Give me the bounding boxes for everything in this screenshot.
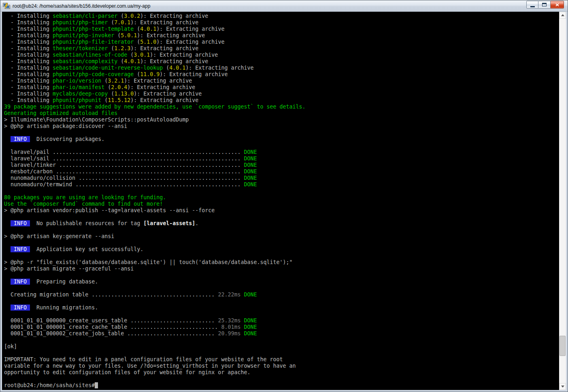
maximize-icon xyxy=(542,3,547,6)
terminal-line: INFO Application key set successfully. xyxy=(4,246,559,253)
terminal-line xyxy=(4,227,559,233)
terminal-line: > @php artisan migrate --graceful --ansi xyxy=(4,266,559,272)
terminal-line: INFO No publishable resources for tag [l… xyxy=(4,220,559,227)
terminal-line xyxy=(4,350,559,356)
terminal-line xyxy=(4,337,559,343)
terminal-line: Creating migration table ...............… xyxy=(4,292,559,298)
terminal-line: - Installing phpunit/php-text-template (… xyxy=(4,26,559,32)
terminal-line xyxy=(4,285,559,292)
terminal-line: [ok] xyxy=(4,343,559,350)
terminal-line xyxy=(4,188,559,194)
terminal-line: > @php artisan package:discover --ansi xyxy=(4,123,559,130)
scrollbar-track[interactable] xyxy=(559,19,566,383)
terminal-line: root@ub24:/home/sasha/sites# xyxy=(4,382,559,389)
terminal-line: > @php -r "file_exists('database/databas… xyxy=(4,259,559,266)
terminal-line: - Installing phpunit/phpunit (11.5.12): … xyxy=(4,97,559,104)
terminal-line: opportunity to edit configuration files … xyxy=(4,369,559,376)
minimize-button[interactable] xyxy=(526,1,538,9)
terminal-line: 80 packages you are using are looking fo… xyxy=(4,194,559,201)
terminal-line xyxy=(4,240,559,246)
terminal-line: 39 package suggestions were added by new… xyxy=(4,104,559,110)
terminal-line: nunomaduro/termwind ....................… xyxy=(4,181,559,188)
terminal-line: IMPORTANT: You need to edit in a panel c… xyxy=(4,356,559,363)
terminal-line: laravel/sail ...........................… xyxy=(4,156,559,162)
terminal-line: 0001_01_01_000002_create_jobs_table ....… xyxy=(4,330,559,337)
terminal-line: laravel/tinker .........................… xyxy=(4,162,559,168)
terminal-line: - Installing sebastian/code-unit-reverse… xyxy=(4,65,559,71)
scrollbar-thumb[interactable] xyxy=(559,336,566,356)
terminal-line xyxy=(4,214,559,220)
minimize-icon xyxy=(530,6,535,7)
window-body: - Installing sebastian/cli-parser (3.0.2… xyxy=(0,12,568,392)
up-arrow-icon xyxy=(561,14,564,16)
terminal-line: - Installing phpunit/php-file-iterator (… xyxy=(4,39,559,45)
scrollbar-up-button[interactable] xyxy=(559,12,566,19)
terminal-line: Generating optimized autoload files xyxy=(4,110,559,117)
terminal-line: - Installing phpunit/php-timer (7.0.1): … xyxy=(4,19,559,26)
terminal-line: INFO Preparing database. xyxy=(4,279,559,285)
scrollbar[interactable] xyxy=(559,12,566,390)
terminal-line: 0001_01_01_000001_create_cache_table ...… xyxy=(4,324,559,330)
terminal-line: - Installing phpunit/php-code-coverage (… xyxy=(4,71,559,78)
terminal-line: > @php artisan vendor:publish --tag=lara… xyxy=(4,207,559,214)
close-icon xyxy=(555,3,559,6)
terminal-line: - Installing sebastian/lines-of-code (3.… xyxy=(4,52,559,58)
terminal-line: - Installing theseer/tokenizer (1.2.3): … xyxy=(4,45,559,52)
close-button[interactable] xyxy=(551,1,564,9)
terminal-line: - Installing sebastian/cli-parser (3.0.2… xyxy=(4,13,559,19)
terminal-line: - Installing myclabs/deep-copy (1.13.0):… xyxy=(4,91,559,97)
putty-app-icon xyxy=(3,3,10,9)
terminal-line xyxy=(4,376,559,382)
window-title: root@ub24: /home/sasha/sites/b156.itdeve… xyxy=(13,3,526,9)
scrollbar-down-button[interactable] xyxy=(559,383,566,390)
terminal-line: 0001_01_01_000000_create_users_table ...… xyxy=(4,317,559,324)
terminal-line xyxy=(4,143,559,149)
terminal-line: Use the `composer fund` command to find … xyxy=(4,201,559,207)
terminal-line xyxy=(4,298,559,305)
terminal-line: > @php artisan key:generate --ansi xyxy=(4,233,559,240)
terminal-output[interactable]: - Installing sebastian/cli-parser (3.0.2… xyxy=(2,12,559,390)
terminal-line: laravel/pail ...........................… xyxy=(4,149,559,156)
terminal-line: - Installing sebastian/complexity (4.0.1… xyxy=(4,58,559,65)
maximize-button[interactable] xyxy=(538,1,551,9)
terminal-line xyxy=(4,130,559,136)
terminal-line: variable for a new way to your files. Us… xyxy=(4,363,559,369)
terminal-line xyxy=(4,272,559,279)
titlebar[interactable]: root@ub24: /home/sasha/sites/b156.itdeve… xyxy=(0,0,568,12)
terminal-line: - Installing phpunit/php-invoker (5.0.1)… xyxy=(4,32,559,39)
terminal-line: INFO Discovering packages. xyxy=(4,136,559,143)
terminal-line xyxy=(4,311,559,317)
terminal-line: - Installing phar-io/version (3.2.1): Ex… xyxy=(4,78,559,84)
window-controls xyxy=(526,1,564,9)
terminal-line: nunomaduro/collision ...................… xyxy=(4,175,559,181)
terminal-line: - Installing phar-io/manifest (2.0.4): E… xyxy=(4,84,559,91)
terminal-line: INFO Running migrations. xyxy=(4,305,559,311)
terminal-line xyxy=(4,253,559,259)
terminal-window: root@ub24: /home/sasha/sites/b156.itdeve… xyxy=(0,0,568,392)
down-arrow-icon xyxy=(561,386,564,388)
terminal-line: nesbot/carbon ..........................… xyxy=(4,168,559,175)
terminal-line: > Illuminate\Foundation\ComposerScripts:… xyxy=(4,117,559,123)
